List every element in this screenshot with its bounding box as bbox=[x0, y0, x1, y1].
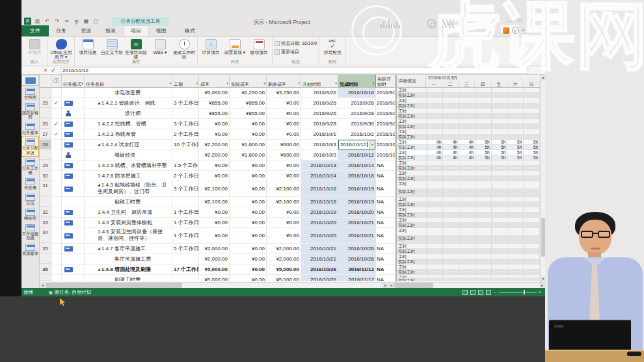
timephased-cell[interactable] bbox=[507, 228, 524, 235]
timephased-row[interactable]: 实际工时 bbox=[397, 135, 540, 140]
timephased-row[interactable]: 实际工时 bbox=[397, 103, 540, 109]
project-logo-icon[interactable]: P bbox=[24, 18, 31, 25]
entry-field[interactable]: 2016/10/12 bbox=[60, 67, 528, 74]
actual-cost-cell[interactable]: ¥0.00 bbox=[230, 254, 267, 264]
start-cell[interactable]: 2016/10/21 bbox=[301, 254, 338, 264]
timephased-cell[interactable] bbox=[443, 202, 459, 207]
timephased-cell[interactable] bbox=[427, 223, 444, 227]
column-header-actual_cost[interactable]: 实际成本▾ bbox=[230, 75, 267, 88]
duration-cell[interactable]: 3 个工作日 bbox=[172, 181, 199, 196]
timephased-cell[interactable] bbox=[507, 103, 524, 108]
actual-start-cell[interactable]: NA bbox=[376, 207, 396, 217]
expand-icon[interactable]: ◢ bbox=[98, 267, 100, 271]
timephased-cell[interactable] bbox=[443, 98, 459, 103]
filter-dropdown-icon[interactable]: ▾ bbox=[226, 81, 228, 86]
timephased-cell[interactable] bbox=[459, 93, 476, 97]
view-bar-item[interactable]: 网络图 bbox=[21, 207, 39, 222]
timephased-row[interactable]: 工时 bbox=[397, 171, 540, 176]
table-row[interactable]: 35◢1.4.7 客厅吊顶施工5 个工作日¥2,000.00¥0.00¥2,00… bbox=[40, 244, 396, 254]
timephased-cell[interactable] bbox=[476, 249, 492, 253]
actual-cost-cell[interactable]: ¥0.00 bbox=[230, 228, 267, 243]
view-bar-item[interactable]: 任务窗体 bbox=[21, 121, 39, 136]
timephased-cell[interactable] bbox=[427, 197, 444, 201]
zoom-control[interactable]: − + bbox=[494, 289, 541, 295]
task-name-cell[interactable]: 1.4.2.5 线槽、水管槽填补平整 bbox=[85, 161, 172, 170]
task-name-cell[interactable]: 1.4.2.3 布线布管 bbox=[85, 129, 172, 139]
timephased-cell[interactable] bbox=[427, 176, 444, 181]
finish-cell[interactable]: 2016/10/19 bbox=[338, 197, 376, 207]
column-header-name[interactable]: 任务名称▾ bbox=[85, 75, 172, 88]
column-header-finish[interactable]: 完成时间▾ bbox=[338, 75, 376, 88]
timephased-cell[interactable] bbox=[507, 189, 524, 196]
save-icon[interactable]: ▥ bbox=[34, 18, 41, 25]
timephased-cell[interactable] bbox=[524, 98, 540, 103]
timephased-row[interactable]: 工时 bbox=[397, 244, 540, 249]
row-number[interactable]: 29 bbox=[40, 161, 51, 170]
timephased-cell[interactable] bbox=[524, 218, 540, 222]
table-row[interactable]: 36◢1.4.8 墙面处理及刷漆17 个工作日¥5,000.00¥0.00¥5,… bbox=[40, 265, 396, 275]
start-cell[interactable]: 2016/10/14 bbox=[301, 171, 338, 181]
timephased-cell[interactable] bbox=[427, 244, 444, 248]
timephased-cell[interactable] bbox=[492, 189, 508, 196]
task-name-cell[interactable]: 水电改造费 bbox=[85, 88, 172, 97]
timephased-cell[interactable] bbox=[492, 270, 508, 274]
timephased-cell[interactable] bbox=[476, 197, 492, 201]
timephased-cell[interactable] bbox=[476, 171, 492, 175]
row-number[interactable]: 35 bbox=[40, 244, 51, 253]
timephased-cell[interactable] bbox=[427, 129, 444, 134]
filter-dropdown-icon[interactable]: ▾ bbox=[196, 81, 198, 86]
timephased-cell[interactable] bbox=[459, 181, 476, 188]
cost-cell[interactable]: ¥0.00 bbox=[199, 218, 230, 227]
duration-cell[interactable]: 3 个工作日 bbox=[172, 119, 199, 129]
timephased-cell[interactable] bbox=[492, 88, 508, 92]
finish-cell[interactable]: 2016/10/16 bbox=[338, 88, 376, 97]
start-cell[interactable]: 2016/10/21 bbox=[301, 244, 338, 253]
timephased-cell[interactable] bbox=[443, 109, 459, 113]
remaining-cost-cell[interactable]: ¥5,000.00 bbox=[267, 265, 301, 274]
timephased-cell[interactable] bbox=[443, 181, 459, 188]
task-name-cell[interactable]: ◢1.4.8 墙面处理及刷漆 bbox=[85, 265, 172, 274]
timephased-cell[interactable]: 4h bbox=[427, 145, 444, 149]
timephased-cell[interactable] bbox=[492, 124, 508, 129]
actual-start-cell[interactable]: NA bbox=[376, 197, 396, 207]
actual-cost-cell[interactable]: ¥1,250.00 bbox=[230, 88, 267, 97]
actual-start-cell[interactable]: NA bbox=[376, 275, 396, 281]
timephased-cell[interactable]: 4h bbox=[427, 140, 444, 144]
timephased-cell[interactable] bbox=[427, 275, 444, 278]
timephased-cell[interactable] bbox=[507, 236, 524, 243]
zoom-in-icon[interactable]: + bbox=[539, 289, 541, 295]
timephased-cell[interactable] bbox=[492, 181, 508, 188]
view-bar-item[interactable]: 资源窗体 bbox=[21, 242, 39, 257]
timephased-cell[interactable] bbox=[492, 218, 508, 222]
play-icon[interactable]: ▷ bbox=[512, 27, 519, 34]
timephased-cell[interactable]: 5h bbox=[476, 145, 492, 149]
window-icon[interactable]: ▢ bbox=[92, 18, 100, 25]
ribbon-button[interactable]: 更改工作时间 bbox=[173, 38, 195, 60]
timephased-cell[interactable] bbox=[427, 202, 444, 207]
timephased-cell[interactable] bbox=[507, 161, 524, 165]
cost-cell[interactable]: ¥5,000.00 bbox=[199, 88, 230, 97]
split-task-icon[interactable]: ╦ bbox=[73, 18, 80, 25]
timephased-row[interactable]: 工时 bbox=[397, 161, 540, 166]
ribbon-button[interactable]: 移动项目 bbox=[248, 38, 270, 60]
cost-cell[interactable]: ¥855.00 bbox=[199, 109, 230, 118]
timephased-cell[interactable] bbox=[524, 189, 540, 196]
timephased-row[interactable]: 工时 bbox=[397, 197, 540, 202]
timephased-cell[interactable] bbox=[459, 244, 476, 248]
actual-start-cell[interactable]: NA bbox=[376, 161, 396, 170]
timephased-cell[interactable] bbox=[507, 218, 524, 222]
timephased-cell[interactable] bbox=[492, 197, 508, 201]
timephased-cell[interactable] bbox=[524, 88, 540, 92]
actual-cost-cell[interactable]: ¥0.00 bbox=[230, 129, 267, 139]
actual-start-cell[interactable]: NA bbox=[376, 244, 396, 253]
timephased-row[interactable]: 实际工时 bbox=[397, 189, 540, 197]
tab-file[interactable]: 文件 bbox=[21, 25, 49, 36]
timephased-row[interactable]: 工时4h4h4h5h5h5h5h bbox=[397, 150, 540, 155]
timephased-cell[interactable] bbox=[459, 270, 476, 274]
close-icon[interactable]: × bbox=[522, 27, 525, 33]
actual-start-cell[interactable]: NA bbox=[376, 228, 396, 243]
timephased-cell[interactable] bbox=[427, 93, 444, 97]
timephased-row[interactable]: 实际工时 bbox=[397, 236, 540, 244]
timephased-cell[interactable] bbox=[443, 213, 459, 217]
finish-cell[interactable]: 2016/11/12 bbox=[338, 265, 376, 274]
